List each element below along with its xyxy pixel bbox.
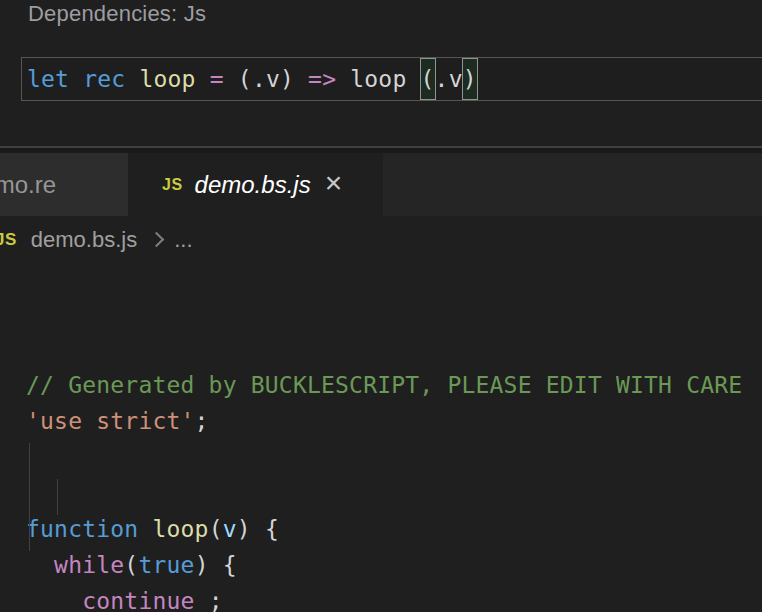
tab-label: demo.bs.js	[195, 171, 311, 199]
hover-code-line: let rec loop = (.v) => loop (.v)	[22, 58, 477, 100]
breadcrumb-file[interactable]: demo.bs.js	[31, 227, 137, 253]
matched-bracket: )	[463, 59, 477, 99]
code-token	[336, 66, 350, 92]
code-token	[406, 66, 420, 92]
vscode-window: Dependencies: Js let rec loop = (.v) => …	[0, 0, 762, 612]
code-token: =>	[308, 66, 336, 92]
code-token: ) {	[195, 552, 237, 578]
code-line	[26, 475, 762, 511]
code-token: =	[210, 66, 224, 92]
code-token: ;	[195, 588, 223, 612]
code-token: 'use strict'	[26, 408, 195, 434]
code-token: loop	[152, 516, 208, 542]
tab-label: demo.re	[0, 171, 56, 199]
code-token: (	[124, 552, 138, 578]
code-token	[294, 66, 308, 92]
code-token	[26, 588, 82, 612]
code-token	[138, 516, 152, 542]
code-token: continue	[82, 588, 194, 612]
code-token: ) {	[237, 516, 279, 542]
js-icon: JS	[162, 176, 183, 194]
code-token: // Generated by BUCKLESCRIPT, PLEASE EDI…	[26, 372, 742, 398]
breadcrumb: JS demo.bs.js ...	[0, 216, 762, 263]
code-line	[26, 439, 762, 475]
code-line: continue ;	[26, 583, 762, 612]
code-token	[196, 66, 210, 92]
code-token: function	[26, 516, 138, 542]
code-token	[69, 66, 83, 92]
code-token: (	[209, 516, 223, 542]
dependencies-label: Dependencies: Js	[28, 1, 206, 27]
indent-guide	[57, 479, 58, 515]
code-token: while	[54, 552, 124, 578]
tab-demo-bs-js[interactable]: JS demo.bs.js ×	[128, 153, 383, 216]
code-token	[224, 66, 238, 92]
tab-demo-re[interactable]: demo.re	[0, 153, 128, 216]
code-token: (.v)	[238, 66, 294, 92]
code-line: // Generated by BUCKLESCRIPT, PLEASE EDI…	[26, 367, 762, 403]
code-token	[125, 66, 139, 92]
code-token: let	[27, 66, 69, 92]
code-token: ;	[195, 408, 209, 434]
code-editor[interactable]: // Generated by BUCKLESCRIPT, PLEASE EDI…	[0, 263, 762, 612]
code-token: rec	[83, 66, 125, 92]
code-line: 'use strict';	[26, 403, 762, 439]
code-token: loop	[139, 66, 195, 92]
js-icon: JS	[0, 230, 17, 250]
chevron-right-icon	[149, 232, 165, 248]
code-token: loop	[350, 66, 406, 92]
code-token: true	[138, 552, 194, 578]
code-line: while(true) {	[26, 547, 762, 583]
tab-bar-filler	[383, 153, 762, 216]
indent-guide	[29, 443, 30, 551]
code-line: function loop(v) {	[26, 511, 762, 547]
code-token: .v	[435, 66, 463, 92]
hover-code-box: let rec loop = (.v) => loop (.v)	[21, 57, 762, 101]
matched-bracket: (	[421, 59, 435, 99]
code-lines: // Generated by BUCKLESCRIPT, PLEASE EDI…	[26, 367, 762, 612]
code-token: v	[223, 516, 237, 542]
breadcrumb-symbol[interactable]: ...	[174, 227, 192, 253]
hover-pane: Dependencies: Js let rec loop = (.v) => …	[0, 0, 762, 146]
tab-bar: demo.re JS demo.bs.js ×	[0, 148, 762, 216]
close-icon[interactable]: ×	[325, 168, 343, 198]
code-token	[26, 552, 54, 578]
